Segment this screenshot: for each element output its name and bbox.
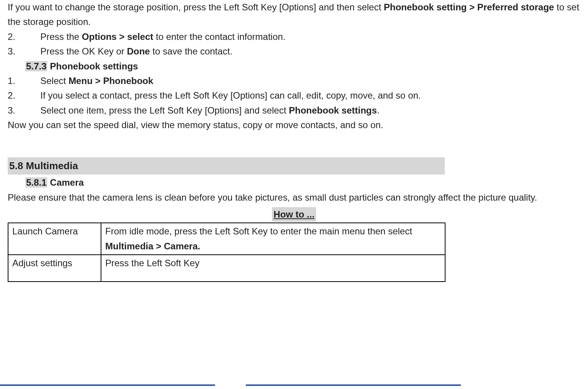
bold-text: Done — [127, 46, 150, 56]
table-cell: From idle mode, press the Left Soft Key … — [101, 223, 445, 255]
text: to save the contact. — [150, 46, 232, 56]
text: Press the — [40, 31, 82, 42]
howto-label: How to ... — [272, 207, 316, 222]
bold-text: Options > select — [82, 31, 153, 42]
camera-intro-paragraph: Please ensure that the camera lens is cl… — [8, 190, 580, 205]
step-body: Select one item, press the Left Soft Key… — [40, 103, 580, 118]
step-line: 2. Press the Options > select to enter t… — [8, 30, 580, 44]
howto-table: Launch Camera From idle mode, press the … — [8, 223, 446, 282]
step-number: 2. — [8, 30, 40, 44]
table-row: Adjust settings Press the Left Soft Key — [8, 255, 445, 282]
text: to enter the contact information. — [153, 31, 285, 42]
footer-line-right — [246, 384, 461, 386]
step-body: Press the OK Key or Done to save the con… — [40, 44, 580, 59]
heading-title: Camera — [47, 177, 84, 188]
heading-title: Phonebook settings — [47, 61, 138, 71]
heading-number: 5.8.1 — [25, 177, 47, 188]
heading-number: 5.7.3 — [25, 61, 47, 71]
step-number: 2. — [8, 88, 40, 103]
step-line: 3. Select one item, press the Left Soft … — [8, 103, 580, 118]
bold-text: Phonebook setting > Preferred storage — [384, 2, 554, 12]
step-body: If you select a contact, press the Left … — [40, 88, 580, 103]
howto-label-wrap: How to ... — [8, 207, 580, 222]
table-cell: Press the Left Soft Key — [101, 255, 445, 282]
table-cell: Adjust settings — [8, 255, 101, 282]
table-row: Launch Camera From idle mode, press the … — [8, 223, 445, 255]
subsection-heading: 5.7.3 Phonebook settings — [25, 59, 580, 74]
bold-text: Multimedia > Camera. — [105, 241, 200, 251]
spacer — [8, 133, 580, 157]
text: Select one item, press the Left Soft Key… — [40, 105, 289, 115]
bold-text: Phonebook settings — [289, 105, 377, 115]
document-page: If you want to change the storage positi… — [0, 0, 588, 389]
bold-text: Menu > Phonebook — [68, 76, 153, 86]
closing-paragraph: Now you can set the speed dial, view the… — [8, 118, 580, 132]
step-number: 1. — [8, 74, 40, 88]
subsection-heading: 5.8.1 Camera — [25, 175, 580, 190]
section-heading: 5.8 Multimedia — [8, 157, 445, 175]
step-number: 3. — [8, 44, 40, 59]
step-line: 1. Select Menu > Phonebook — [8, 74, 580, 88]
intro-paragraph: If you want to change the storage positi… — [8, 0, 580, 30]
step-number: 3. — [8, 103, 40, 118]
text: If you select a contact, press the Left … — [40, 90, 421, 101]
footer-line-left — [0, 384, 215, 386]
step-body: Select Menu > Phonebook — [40, 74, 580, 88]
subsection-heading-wrap: 5.7.3 Phonebook settings — [8, 59, 580, 74]
subsection-heading-wrap: 5.8.1 Camera — [8, 175, 580, 190]
table-cell: Launch Camera — [8, 223, 101, 255]
step-body: Press the Options > select to enter the … — [40, 30, 580, 44]
text: If you want to change the storage positi… — [8, 2, 384, 12]
text: Select — [40, 76, 68, 86]
step-line: 2. If you select a contact, press the Le… — [8, 88, 580, 103]
text: From idle mode, press the Left Soft Key … — [105, 226, 412, 236]
step-line: 3. Press the OK Key or Done to save the … — [8, 44, 580, 59]
text: Press the OK Key or — [40, 46, 127, 56]
text: . — [377, 105, 379, 115]
